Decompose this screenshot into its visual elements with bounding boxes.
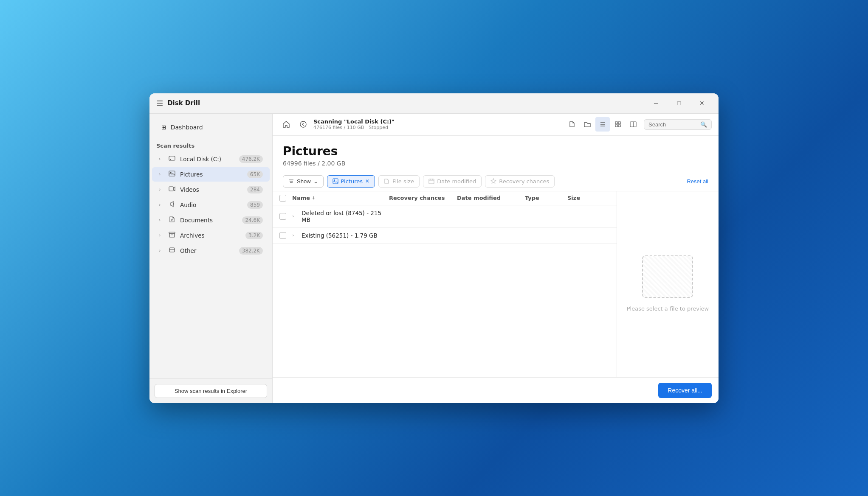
svg-rect-18 — [615, 125, 617, 127]
header-check — [279, 195, 292, 202]
chevron-right-icon: › — [159, 156, 166, 162]
sort-arrow-icon: ↓ — [312, 196, 315, 200]
sidebar: ⊞ Dashboard Scan results › Local Disk (C… — [149, 114, 273, 403]
header-size[interactable]: Size — [567, 195, 610, 201]
app-window: ☰ Disk Drill ─ □ ✕ ⊞ Dashboard Scan resu… — [149, 93, 719, 403]
header-type[interactable]: Type — [525, 195, 567, 201]
pictures-icon — [167, 170, 177, 179]
sidebar-item-videos[interactable]: › Videos 284 — [152, 182, 270, 197]
table-row[interactable]: › Existing (56251) - 1.79 GB — [273, 228, 617, 244]
chevron-right-icon: › — [159, 187, 166, 192]
titlebar-left: ☰ Disk Drill — [156, 99, 200, 108]
file-list-area: Name ↓ Recovery chances Date modified Ty… — [273, 191, 719, 377]
svg-rect-4 — [169, 187, 173, 191]
toolbar-icons — [565, 117, 640, 132]
recovery-chances-filter[interactable]: Recovery chances — [485, 175, 555, 188]
sidebar-item-pictures[interactable]: › Pictures 65K — [152, 167, 270, 182]
chevron-right-icon: › — [159, 233, 166, 238]
show-filter-button[interactable]: Show ⌄ — [283, 175, 324, 188]
row-checkbox[interactable] — [279, 213, 286, 220]
sidebar-item-count: 24.6K — [242, 216, 263, 224]
recover-all-button[interactable]: Recover all... — [658, 383, 712, 398]
show-chevron-icon: ⌄ — [313, 178, 318, 185]
row-expand-icon[interactable]: › — [292, 233, 299, 238]
select-all-checkbox[interactable] — [279, 195, 286, 202]
main-layout: ⊞ Dashboard Scan results › Local Disk (C… — [149, 114, 719, 403]
show-explorer-button[interactable]: Show scan results in Explorer — [155, 384, 267, 398]
page-title: Pictures — [283, 144, 708, 158]
back-button[interactable] — [296, 118, 310, 131]
audio-icon — [167, 201, 177, 209]
show-label: Show — [297, 178, 311, 185]
content-toolbar: Scanning "Local Disk (C:)" 476176 files … — [273, 114, 719, 136]
svg-rect-17 — [618, 122, 620, 124]
svg-rect-1 — [170, 159, 171, 160]
hamburger-icon[interactable]: ☰ — [156, 99, 163, 108]
svg-rect-19 — [618, 125, 620, 127]
scan-subtitle: 476176 files / 110 GB - Stopped — [313, 125, 395, 130]
preview-panel: Please select a file to preview — [617, 191, 719, 377]
reset-all-button[interactable]: Reset all — [687, 178, 708, 185]
file-size-label: File size — [392, 178, 414, 185]
sidebar-item-audio[interactable]: › Audio 859 — [152, 198, 270, 212]
sidebar-item-count: 284 — [247, 186, 263, 193]
svg-rect-20 — [630, 122, 636, 127]
row-name: Deleted or lost (8745) - 215 MB — [302, 210, 389, 223]
sidebar-item-label: Archives — [180, 232, 245, 239]
minimize-button[interactable]: ─ — [646, 96, 666, 110]
preview-text: Please select a file to preview — [627, 305, 709, 313]
sidebar-item-label: Other — [180, 247, 239, 254]
date-modified-label: Date modified — [437, 178, 476, 185]
sidebar-footer: Show scan results in Explorer — [149, 378, 272, 403]
header-recovery[interactable]: Recovery chances — [389, 195, 457, 201]
search-icon: 🔍 — [700, 121, 707, 128]
svg-rect-8 — [169, 232, 175, 233]
search-input[interactable] — [648, 121, 698, 128]
grid-view-button[interactable] — [611, 117, 625, 132]
date-modified-filter[interactable]: Date modified — [423, 175, 482, 188]
sidebar-top: ⊞ Dashboard — [149, 114, 272, 137]
row-name: Existing (56251) - 1.79 GB — [302, 232, 389, 239]
svg-point-12 — [300, 121, 306, 127]
sidebar-item-count: 859 — [247, 201, 263, 209]
sidebar-item-count: 65K — [247, 171, 263, 178]
folder-view-button[interactable] — [580, 117, 595, 132]
svg-point-26 — [334, 179, 335, 181]
header-name[interactable]: Name ↓ — [292, 195, 389, 201]
sidebar-item-local-disk[interactable]: › Local Disk (C:) 476.2K — [152, 152, 270, 166]
sidebar-item-count: 382.2K — [239, 247, 263, 255]
home-button[interactable] — [279, 118, 293, 131]
preview-box — [642, 255, 693, 298]
sidebar-item-label: Pictures — [180, 171, 247, 178]
sidebar-item-other[interactable]: › Other 382.2K — [152, 244, 270, 258]
pictures-filter-chip[interactable]: Pictures ✕ — [327, 175, 375, 188]
chevron-right-icon: › — [159, 202, 166, 207]
file-table: Name ↓ Recovery chances Date modified Ty… — [273, 191, 617, 377]
close-button[interactable]: ✕ — [692, 96, 712, 110]
sidebar-item-archives[interactable]: › Archives 3.2K — [152, 228, 270, 243]
sidebar-item-count: 3.2K — [245, 232, 263, 239]
file-size-filter[interactable]: File size — [378, 175, 420, 188]
chevron-right-icon: › — [159, 171, 166, 177]
svg-rect-10 — [169, 248, 175, 252]
maximize-button[interactable]: □ — [669, 96, 689, 110]
list-view-button[interactable] — [595, 117, 610, 132]
chip-close-icon[interactable]: ✕ — [365, 178, 369, 184]
sidebar-item-documents[interactable]: › Documents 24.6K — [152, 213, 270, 227]
row-check — [279, 213, 292, 220]
header-date[interactable]: Date modified — [457, 195, 525, 201]
disk-icon — [167, 155, 177, 163]
panel-view-button[interactable] — [626, 117, 640, 132]
search-box: 🔍 — [644, 119, 712, 130]
row-expand-icon[interactable]: › — [292, 213, 299, 219]
chevron-right-icon: › — [159, 217, 166, 223]
dashboard-label: Dashboard — [171, 124, 203, 131]
row-checkbox[interactable] — [279, 232, 286, 239]
file-view-button[interactable] — [565, 117, 579, 132]
other-icon — [167, 247, 177, 255]
dashboard-button[interactable]: ⊞ Dashboard — [156, 120, 265, 134]
page-header: Pictures 64996 files / 2.00 GB — [273, 136, 719, 172]
filter-bar: Show ⌄ Pictures ✕ File size — [273, 172, 719, 191]
svg-rect-27 — [429, 179, 434, 184]
table-row[interactable]: › Deleted or lost (8745) - 215 MB — [273, 205, 617, 228]
